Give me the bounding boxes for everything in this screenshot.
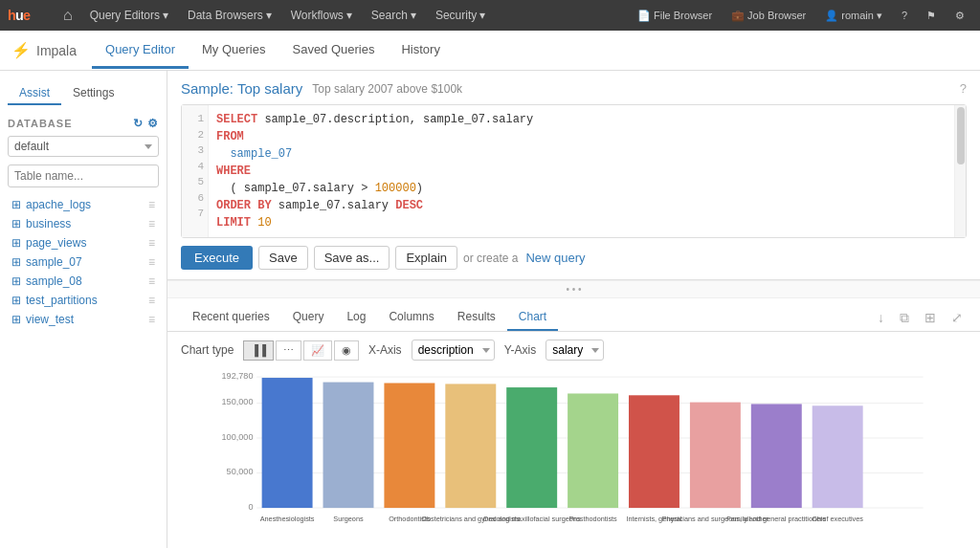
user-icon: 👤 [825, 10, 838, 22]
line-chart-btn[interactable]: 📈 [303, 340, 332, 361]
table-search-input[interactable] [8, 164, 159, 187]
copy-icon[interactable]: ⧉ [896, 308, 913, 328]
new-query-button[interactable]: New query [523, 247, 587, 269]
bar-internists[interactable] [629, 395, 679, 508]
nav-query-editors[interactable]: Query Editors ▾ [82, 5, 176, 26]
bar-orthodontists[interactable] [384, 384, 434, 509]
chart-controls: Chart type ▐▐ ⋯ 📈 ◉ X-Axis description Y… [167, 332, 980, 368]
tab-columns[interactable]: Columns [377, 304, 445, 331]
save-as-button[interactable]: Save as... [314, 246, 390, 270]
bar-obstetricians[interactable] [445, 384, 496, 508]
tab-results[interactable]: Results [446, 304, 507, 331]
results-actions: ↓ ⧉ ⊞ ⤢ [874, 308, 967, 328]
help-icon[interactable]: ? [960, 81, 967, 96]
scatter-chart-btn[interactable]: ⋯ [276, 340, 301, 361]
list-item[interactable]: ⊞ sample_08 ≡ [8, 272, 159, 291]
list-item[interactable]: ⊞ apache_logs ≡ [8, 195, 159, 214]
table-db-icon: ⊞ [11, 313, 21, 326]
app-bar: ⚡ Impala Query Editor My Queries Saved Q… [0, 31, 980, 71]
table-expand-icon: ≡ [148, 274, 155, 288]
bar-prosthodontists[interactable] [568, 393, 618, 508]
svg-text:Oral and maxillofacial surgeon: Oral and maxillofacial surgeons [483, 515, 581, 523]
svg-text:e: e [23, 8, 31, 23]
svg-text:0: 0 [248, 502, 253, 512]
nav-data-browsers[interactable]: Data Browsers ▾ [180, 5, 279, 26]
list-item[interactable]: ⊞ sample_07 ≡ [8, 252, 159, 272]
chart-container: 192,780 150,000 100,000 50,000 0 Anesthe… [167, 368, 980, 548]
job-browser-button[interactable]: 💼 Job Browser [724, 6, 813, 26]
table-db-icon: ⊞ [11, 274, 21, 288]
sidebar-tabs: Assist Settings [8, 82, 159, 105]
list-item[interactable]: ⊞ business ≡ [8, 214, 159, 233]
tab-log[interactable]: Log [335, 304, 377, 331]
bar-chief-executives[interactable] [813, 406, 863, 508]
execute-button[interactable]: Execute [181, 246, 253, 270]
table-expand-icon: ≡ [148, 236, 155, 250]
y-axis-label: Y-Axis [504, 343, 537, 357]
file-browser-button[interactable]: 📄 File Browser [630, 6, 720, 26]
bar-oral-surgeons[interactable] [506, 387, 557, 508]
tab-recent-queries[interactable]: Recent queries [181, 304, 281, 331]
tab-query[interactable]: Query [281, 304, 336, 331]
tab-saved-queries[interactable]: Saved Queries [278, 33, 388, 69]
nav-search[interactable]: Search ▾ [364, 5, 424, 26]
bar-surgeons[interactable] [323, 383, 374, 508]
database-select[interactable]: default [8, 136, 159, 157]
home-icon[interactable]: ⌂ [57, 3, 78, 28]
query-title-bar: Sample: Top salary Top salary 2007 above… [181, 80, 967, 97]
nav-workflows[interactable]: Workflows ▾ [283, 5, 360, 26]
sidebar: Assist Settings DATABASE ↻ ⚙ default ⊞ a… [0, 71, 167, 548]
notifications-button[interactable]: ⚑ [919, 6, 944, 26]
save-button[interactable]: Save [258, 246, 308, 270]
download-icon[interactable]: ↓ [874, 308, 888, 327]
list-item[interactable]: ⊞ page_views ≡ [8, 233, 159, 252]
help-button[interactable]: ? [894, 6, 915, 25]
y-axis-select[interactable]: salary [546, 340, 604, 361]
tab-my-queries[interactable]: My Queries [189, 33, 278, 69]
sidebar-tab-settings[interactable]: Settings [61, 82, 125, 105]
sidebar-tab-assist[interactable]: Assist [8, 82, 61, 105]
bar-physicians[interactable] [690, 403, 741, 508]
x-axis-select[interactable]: description [412, 340, 495, 361]
user-menu[interactable]: 👤 romain ▾ [817, 6, 890, 26]
table-expand-icon: ≡ [148, 217, 155, 230]
bar-family-practitioners[interactable] [751, 404, 802, 508]
table-db-icon: ⊞ [11, 236, 21, 250]
table-expand-icon: ≡ [148, 198, 155, 211]
svg-text:Anesthesiologists: Anesthesiologists [260, 515, 315, 523]
refresh-icon[interactable]: ↻ [133, 117, 144, 130]
tab-chart[interactable]: Chart [507, 304, 558, 331]
file-icon: 📄 [637, 10, 651, 22]
svg-text:Surgeons: Surgeons [333, 515, 364, 523]
or-text: or create a [463, 252, 518, 265]
explain-button[interactable]: Explain [395, 246, 457, 270]
bar-chart-btn[interactable]: ▐▐ [243, 340, 274, 361]
table-db-icon: ⊞ [11, 198, 21, 211]
logo[interactable]: h u e [8, 6, 46, 25]
pie-chart-btn[interactable]: ◉ [334, 340, 359, 361]
code-editor[interactable]: 1234567 SELECT sample_07.description, sa… [181, 104, 967, 238]
tab-query-editor[interactable]: Query Editor [92, 33, 189, 69]
code-content[interactable]: SELECT sample_07.description, sample_07.… [209, 105, 954, 237]
nav-right: 📄 File Browser 💼 Job Browser 👤 romain ▾ … [630, 6, 972, 26]
settings-button[interactable]: ⚙ [947, 6, 972, 26]
grid-icon[interactable]: ⊞ [921, 308, 940, 327]
drag-handle[interactable]: • • • [167, 280, 980, 298]
briefcase-icon: 💼 [731, 10, 745, 22]
list-item[interactable]: ⊞ view_test ≡ [8, 310, 159, 329]
settings-db-icon[interactable]: ⚙ [147, 117, 159, 130]
expand-icon[interactable]: ⤢ [947, 308, 967, 327]
code-scrollbar[interactable] [954, 105, 966, 237]
database-section-label: DATABASE ↻ ⚙ [8, 117, 159, 130]
nav-security[interactable]: Security ▾ [428, 5, 493, 26]
main-layout: Assist Settings DATABASE ↻ ⚙ default ⊞ a… [0, 71, 980, 548]
main-tab-bar: Query Editor My Queries Saved Queries Hi… [92, 33, 454, 69]
tab-history[interactable]: History [388, 33, 453, 69]
list-item[interactable]: ⊞ test_partitions ≡ [8, 291, 159, 310]
svg-text:100,000: 100,000 [222, 432, 254, 442]
svg-text:192,780: 192,780 [222, 371, 254, 381]
results-tabs-bar: Recent queries Query Log Columns Results… [167, 298, 980, 332]
query-toolbar: Execute Save Save as... Explain or creat… [181, 246, 967, 270]
query-area: Sample: Top salary Top salary 2007 above… [167, 71, 980, 280]
bar-anesthesiologists[interactable] [262, 378, 313, 508]
